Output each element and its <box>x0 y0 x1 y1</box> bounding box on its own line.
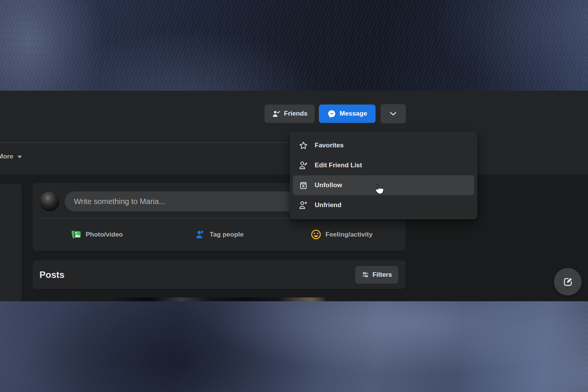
feeling-activity-button[interactable]: Feeling/activity <box>280 224 403 246</box>
tabs-divider <box>0 142 294 143</box>
tab-more[interactable]: More <box>0 149 26 164</box>
tag-people-button[interactable]: Tag people <box>158 224 281 246</box>
tab-more-label: More <box>0 153 13 160</box>
star-icon <box>297 140 310 151</box>
person-check-icon <box>272 109 281 118</box>
photo-video-icon <box>71 229 82 240</box>
left-sidebar-card <box>0 184 22 301</box>
feeling-activity-label: Feeling/activity <box>325 231 372 238</box>
menu-item-unfriend[interactable]: Unfriend <box>293 195 474 215</box>
menu-item-favorites[interactable]: Favorites <box>293 136 474 155</box>
friend-actions-dropdown: Favorites Edit Friend List Unfollow <box>290 132 477 219</box>
tag-people-label: Tag people <box>210 231 243 238</box>
menu-item-label: Edit Friend List <box>315 162 362 169</box>
messenger-icon <box>327 109 336 118</box>
compose-post-button[interactable] <box>554 268 581 296</box>
menu-item-label: Unfriend <box>315 201 341 209</box>
posts-title: Posts <box>39 270 64 280</box>
filters-icon <box>361 271 369 279</box>
profile-more-actions-button[interactable] <box>381 104 406 123</box>
avatar[interactable] <box>39 191 59 211</box>
composer-actions: Photo/video Tag people <box>33 219 406 250</box>
menu-item-unfollow[interactable]: Unfollow <box>293 175 474 195</box>
person-edit-icon <box>297 160 310 171</box>
friends-button-label: Friends <box>284 110 307 118</box>
menu-item-label: Favorites <box>315 142 344 149</box>
caret-down-icon <box>17 155 22 158</box>
photo-video-button[interactable]: Photo/video <box>36 224 158 246</box>
menu-item-label: Unfollow <box>315 181 342 189</box>
edit-icon <box>562 276 574 288</box>
tag-people-icon <box>195 229 206 240</box>
post-image <box>113 297 325 301</box>
menu-item-edit-friend-list[interactable]: Edit Friend List <box>293 155 474 175</box>
message-button[interactable]: Message <box>319 105 376 123</box>
facebook-profile-page: Friends Message More <box>0 0 588 392</box>
feeling-activity-icon <box>310 229 322 240</box>
photo-video-label: Photo/video <box>86 231 123 238</box>
posts-card: Posts Filters <box>33 260 406 289</box>
friends-button[interactable]: Friends <box>265 105 315 123</box>
person-x-icon <box>297 200 310 211</box>
chevron-down-icon <box>389 109 397 118</box>
filters-label: Filters <box>372 271 392 279</box>
box-x-icon <box>297 180 310 191</box>
background-photo <box>0 301 588 392</box>
filters-button[interactable]: Filters <box>355 266 398 284</box>
message-button-label: Message <box>340 110 367 118</box>
cover-photo <box>0 0 588 91</box>
